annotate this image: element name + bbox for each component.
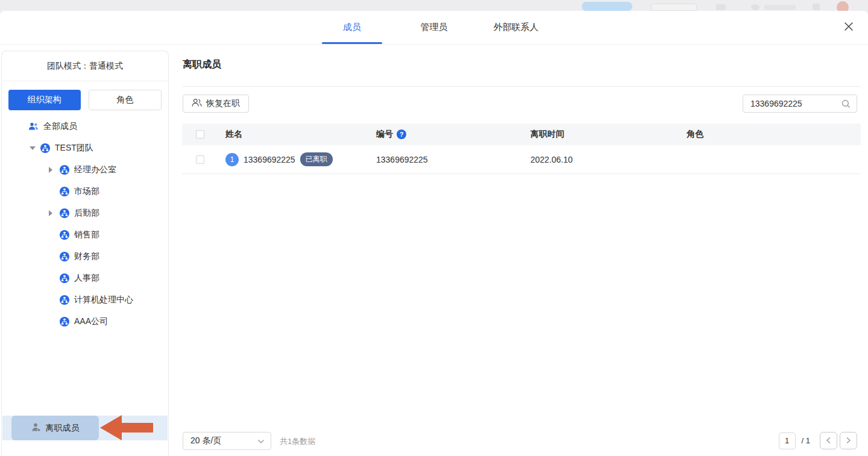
people-group-icon [28,122,39,131]
org-sidebar: 团队模式：普通模式 组织架构 角色 全部成员 TE [1,51,169,456]
tree-item-manager-office[interactable]: 经理办公室 [2,159,168,181]
column-header-leave-date: 离职时间 [530,129,687,140]
table-row[interactable]: 1 13369692225 已离职 13369692225 2022.06.10 [182,145,861,174]
column-header-number: 编号 [376,129,393,140]
total-count-text: 共1条数据 [280,436,315,447]
screen: 成员 管理员 外部联系人 团队模式：普通模式 组织架构 角色 [0,0,868,456]
chevron-right-icon [846,436,851,446]
prev-page-button[interactable] [820,432,837,449]
departed-members-panel: 离职成员 恢复在职 姓名 [182,51,861,456]
pager: / 1 [779,432,857,449]
tab-admins[interactable]: 管理员 [404,11,464,44]
page-total-label: / 1 [802,436,810,445]
tree-item-label: 计算机处理中心 [74,295,133,305]
person-outline-icon [192,98,202,109]
org-node-icon [60,317,69,326]
tree-item-logistics[interactable]: 后勤部 [2,202,168,224]
org-node-icon [60,165,69,175]
caret-placeholder [49,232,55,238]
departed-members-label: 离职成员 [46,423,80,434]
tree-item-marketing[interactable]: 市场部 [2,181,168,202]
caret-placeholder [49,275,55,281]
tree-item-aaa-company[interactable]: AAA公司 [2,311,168,333]
help-icon[interactable]: ? [397,130,406,139]
sidebar-item-departed-members[interactable]: 离职成员 [11,416,99,440]
avatar: 1 [225,153,239,166]
member-name: 13369692225 [244,155,295,164]
org-tree: 全部成员 TEST团队 经理办公室 [2,116,168,333]
chevron-left-icon [826,436,831,446]
tree-item-label: 全部成员 [43,121,77,132]
tree-item-label: 财务部 [74,251,99,262]
page-size-select[interactable]: 20 条/页 [183,432,271,450]
org-node-icon [60,295,69,305]
tree-item-sales[interactable]: 销售部 [2,224,168,246]
departed-members-row: 离职成员 [2,416,168,440]
org-node-icon [60,187,69,196]
search-icon[interactable] [841,99,857,108]
caret-placeholder [49,297,55,303]
org-node-icon [40,143,50,153]
dialog-tab-bar: 成员 管理员 外部联系人 [0,11,868,45]
member-management-dialog: 成员 管理员 外部联系人 团队模式：普通模式 组织架构 角色 [0,11,868,456]
background-page-strip [0,0,868,11]
tree-item-test-team[interactable]: TEST团队 [2,137,168,159]
org-node-icon [60,230,69,240]
member-number: 13369692225 [376,155,530,164]
caret-placeholder [49,319,55,325]
restore-employment-button[interactable]: 恢复在职 [183,95,249,113]
tree-item-label: 市场部 [74,186,99,197]
background-ghost-bar [813,4,820,10]
title-divider [182,86,861,87]
tree-item-label: TEST团队 [55,143,93,154]
search-input[interactable] [743,99,841,108]
tree-item-computing-center[interactable]: 计算机处理中心 [2,289,168,311]
tab-external-contacts[interactable]: 外部联系人 [486,11,546,44]
background-blue-pill [582,2,632,11]
org-node-icon [60,252,69,261]
column-header-name: 姓名 [225,129,376,140]
caret-placeholder [49,254,55,260]
background-ghost-dot [751,4,760,10]
caret-placeholder [49,189,55,195]
tree-item-finance[interactable]: 财务部 [2,246,168,267]
background-ghost-button [651,4,697,11]
tree-item-label: AAA公司 [74,316,108,327]
pagination-bar: 20 条/页 共1条数据 / 1 [182,432,861,450]
row-checkbox[interactable] [196,155,204,164]
org-node-icon [60,208,69,218]
close-button[interactable] [841,20,856,35]
person-leaving-icon [31,423,41,434]
next-page-button[interactable] [840,432,857,449]
sidebar-view-switch: 组织架构 角色 [2,81,168,110]
page-size-value: 20 条/页 [190,436,221,446]
status-badge: 已离职 [300,152,333,166]
current-page-input[interactable] [779,433,796,449]
org-structure-button[interactable]: 组织架构 [8,90,81,110]
caret-down-icon[interactable] [30,146,36,150]
tree-item-label: 人事部 [74,273,99,284]
tree-item-label: 销售部 [74,230,99,240]
tree-item-hr[interactable]: 人事部 [2,267,168,289]
page-title: 离职成员 [183,58,221,71]
tree-item-label: 经理办公室 [74,164,116,175]
restore-button-label: 恢复在职 [206,98,240,109]
tree-item-all-members[interactable]: 全部成员 [2,116,168,137]
table-header: 姓名 编号 ? 离职时间 角色 [182,123,861,145]
select-all-checkbox[interactable] [196,130,204,139]
caret-right-icon[interactable] [49,210,55,216]
background-ghost-bar [716,4,726,10]
caret-right-icon[interactable] [49,167,55,173]
search-box [743,95,857,113]
tree-item-label: 后勤部 [74,208,99,219]
org-node-icon [60,273,69,283]
team-mode-label: 团队模式：普通模式 [2,51,168,72]
left-arrow-annotation-icon [100,414,153,442]
toolbar: 恢复在职 [182,95,861,113]
column-header-role: 角色 [687,129,861,140]
tab-members[interactable]: 成员 [322,11,382,44]
chevron-down-icon [257,436,265,446]
close-icon [844,22,854,34]
background-ghost-bar [764,5,796,10]
roles-button[interactable]: 角色 [89,90,162,110]
